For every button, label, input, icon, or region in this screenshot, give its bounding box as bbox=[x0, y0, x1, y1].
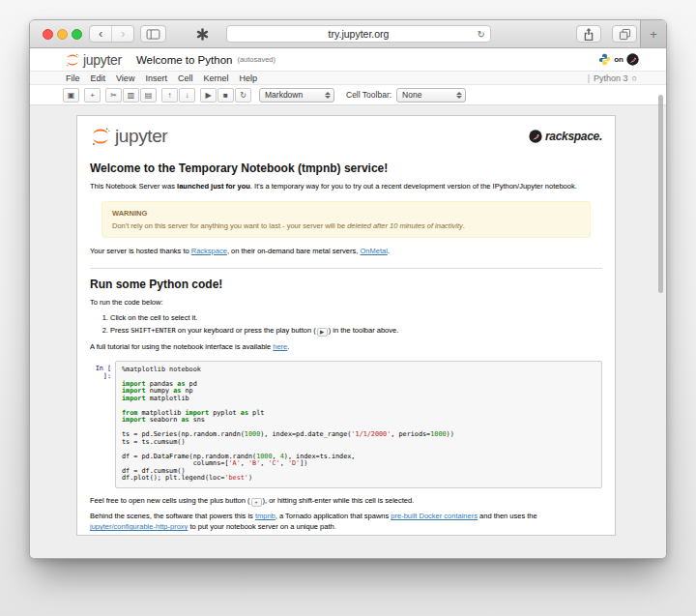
text-segment: and then uses the bbox=[478, 512, 537, 520]
restart-kernel-button[interactable]: ↻ bbox=[235, 88, 251, 103]
copy-cell-button[interactable]: ▥ bbox=[123, 88, 139, 103]
code-line: df.plot(); plt.legend(loc='best') bbox=[122, 475, 595, 483]
share-button[interactable] bbox=[576, 25, 601, 43]
code-line: %matplotlib notebook bbox=[122, 367, 595, 374]
menu-file[interactable]: File bbox=[66, 73, 80, 83]
code-line: import matplotlib bbox=[122, 396, 595, 403]
code-cell[interactable]: In [ ]: %matplotlib notebook import pand… bbox=[84, 361, 602, 488]
text-segment: Behind the scenes, the software that pow… bbox=[90, 512, 255, 520]
text-segment: . bbox=[463, 221, 465, 230]
nav-button-group: ‹ › bbox=[89, 25, 134, 43]
sidebar-button[interactable] bbox=[140, 25, 166, 43]
run-cell-button[interactable]: ▶ bbox=[200, 88, 217, 103]
sidebar-icon bbox=[146, 29, 160, 40]
menu-insert[interactable]: Insert bbox=[145, 73, 167, 83]
cell-toolbar-label: Cell Toolbar: bbox=[346, 90, 392, 100]
notebook-page: jupyter rackspace. Welcome to the Tempor… bbox=[30, 105, 666, 558]
interrupt-kernel-button[interactable]: ■ bbox=[218, 88, 234, 103]
toolbar-button-groups: ▣+✂▥▤↑↓▶■↻ bbox=[63, 88, 251, 103]
tutorial-paragraph: A full tutorial for using the notebook i… bbox=[90, 342, 602, 353]
inline-link[interactable]: OnMetal bbox=[360, 247, 387, 255]
code-line: import numpy as np bbox=[122, 388, 595, 396]
close-window-button[interactable] bbox=[43, 29, 53, 40]
jupyter-logo-text: jupyter bbox=[83, 52, 122, 68]
warning-body: Don't rely on this server for anything y… bbox=[112, 221, 580, 230]
feel-free-paragraph: Feel free to open new cells using the pl… bbox=[90, 496, 602, 507]
browser-content: jupyter Welcome to Python (autosaved) on… bbox=[30, 48, 666, 558]
new-tab-button[interactable]: + bbox=[640, 20, 666, 47]
step-item: Click on the cell to select it. bbox=[110, 313, 602, 324]
jupyter-brand-text: jupyter bbox=[115, 126, 167, 147]
menu-kernel[interactable]: Kernel bbox=[203, 73, 228, 83]
extension-button[interactable] bbox=[192, 25, 212, 43]
select-stepper-icon bbox=[325, 92, 331, 99]
warning-box: WARNING Don't rely on this server for an… bbox=[102, 201, 591, 238]
add-cell-button[interactable]: + bbox=[84, 88, 101, 103]
inline-link[interactable]: pre-built Docker containers bbox=[391, 512, 478, 520]
toolbar-group: ✂▥▤ bbox=[105, 88, 157, 103]
warning-title: WARNING bbox=[112, 209, 580, 218]
welcome-paragraph: This Notebook Server was launched just f… bbox=[90, 182, 602, 192]
inline-link[interactable]: tmpnb bbox=[255, 512, 276, 520]
text-segment: . bbox=[388, 247, 390, 255]
kernel-name: Python 3 bbox=[594, 73, 628, 83]
kernel-indicator: | Python 3 ○ bbox=[588, 73, 637, 83]
safari-window: ‹ › try.jupyter.org ↻ bbox=[29, 19, 667, 559]
move-cell-down-button[interactable]: ↓ bbox=[179, 88, 195, 103]
toolbar-group: + bbox=[84, 88, 101, 103]
inline-link[interactable]: here bbox=[273, 342, 287, 351]
browser-titlebar: ‹ › try.jupyter.org ↻ bbox=[30, 20, 666, 48]
plus-icon: + bbox=[650, 27, 657, 42]
run-steps-list: Click on the cell to select it. Press SH… bbox=[90, 313, 602, 337]
minimize-window-button[interactable] bbox=[57, 29, 68, 40]
cell-toolbar-select[interactable]: None bbox=[396, 88, 466, 103]
toolbar-group: ↑↓ bbox=[161, 88, 195, 103]
code-editor[interactable]: %matplotlib notebook import pandas as pd… bbox=[115, 361, 602, 488]
tab-overview-button[interactable] bbox=[612, 25, 637, 43]
rackspace-brand-icon bbox=[529, 130, 542, 143]
page-scrollbar-thumb[interactable] bbox=[658, 95, 663, 293]
rackspace-brand-text: rackspace. bbox=[545, 130, 602, 143]
inline-link[interactable]: jupyter/configurable-http-proxy bbox=[90, 522, 188, 531]
cell-type-select[interactable]: Markdown bbox=[259, 88, 334, 103]
back-button[interactable]: ‹ bbox=[90, 26, 111, 42]
tabs-icon bbox=[619, 28, 631, 41]
play-button-icon: ▶ bbox=[317, 328, 328, 337]
forward-button[interactable]: › bbox=[111, 26, 133, 42]
rackspace-brand: rackspace. bbox=[529, 130, 602, 143]
notebook-title[interactable]: Welcome to Python bbox=[136, 54, 233, 66]
welcome-heading: Welcome to the Temporary Notebook (tmpnb… bbox=[90, 161, 602, 175]
on-label: on bbox=[614, 55, 624, 64]
asterisk-extension-icon bbox=[196, 28, 209, 41]
menu-view[interactable]: View bbox=[116, 73, 134, 83]
reload-icon[interactable]: ↻ bbox=[478, 29, 485, 40]
kernel-separator: | bbox=[588, 73, 590, 83]
menu-edit[interactable]: Edit bbox=[91, 73, 106, 83]
menu-cell[interactable]: Cell bbox=[178, 73, 193, 83]
hosted-paragraph: Your server is hosted thanks to Rackspac… bbox=[90, 247, 602, 257]
behind-scenes-paragraph: Behind the scenes, the software that pow… bbox=[90, 512, 602, 533]
jupyter-logo-icon bbox=[65, 52, 80, 68]
menu-help[interactable]: Help bbox=[239, 73, 257, 83]
text-segment: on your keyboard or press the play butto… bbox=[176, 326, 316, 335]
jupyter-logo[interactable]: jupyter bbox=[65, 52, 122, 68]
cut-cell-button[interactable]: ✂ bbox=[105, 88, 122, 103]
notebook-header: jupyter Welcome to Python (autosaved) on bbox=[30, 48, 666, 71]
code-line: columns=['A', 'B', 'C', 'D']) bbox=[122, 460, 595, 468]
python-logo-icon bbox=[598, 53, 611, 66]
notebook-menubar: FileEditViewInsertCellKernelHelp | Pytho… bbox=[30, 71, 666, 85]
save-button[interactable]: ▣ bbox=[63, 88, 79, 103]
text-segment: ) in the toolbar above. bbox=[329, 326, 399, 335]
move-cell-up-button[interactable]: ↑ bbox=[161, 88, 178, 103]
text-segment: to put your notebook server on a unique … bbox=[188, 522, 335, 531]
text-segment: Press bbox=[110, 326, 130, 335]
zoom-window-button[interactable] bbox=[72, 29, 82, 40]
section-divider bbox=[90, 268, 602, 269]
inline-link[interactable]: Rackspace bbox=[191, 247, 227, 255]
text-segment: Feel free to open new cells using the pl… bbox=[90, 496, 250, 505]
address-bar[interactable]: try.jupyter.org ↻ bbox=[226, 25, 491, 43]
text-segment: deleted after 10 minutes of inactivity bbox=[347, 221, 463, 230]
paste-cell-button[interactable]: ▤ bbox=[140, 88, 157, 103]
toolbar-group: ▶■↻ bbox=[200, 88, 251, 103]
cell-input-prompt: In [ ]: bbox=[84, 361, 115, 488]
